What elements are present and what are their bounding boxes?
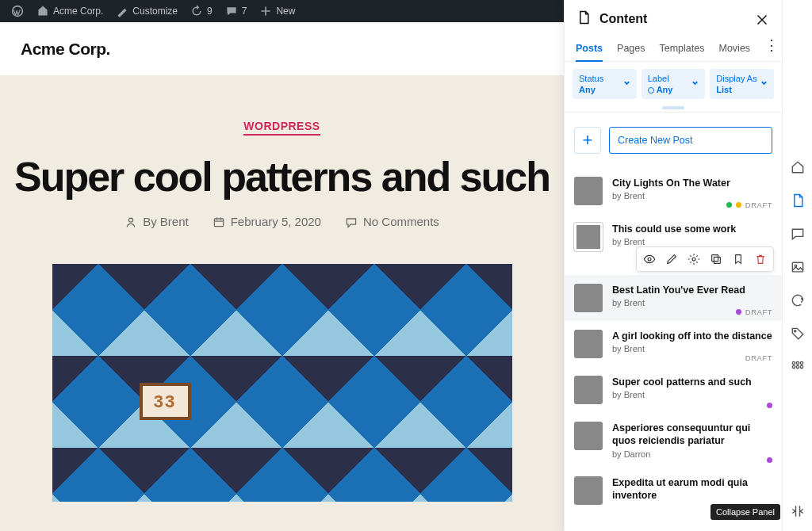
comments-link[interactable]: 7 (219, 0, 254, 22)
post-thumb (574, 476, 603, 505)
chat-icon[interactable] (789, 225, 806, 243)
drag-handle[interactable] (662, 106, 684, 109)
site-brand[interactable]: Acme Corp. (21, 40, 110, 59)
chevron-down-icon (691, 79, 699, 90)
status-badge (767, 457, 772, 463)
content-icon (576, 10, 592, 29)
list-item[interactable]: Super cool patterns and suchby Brent (565, 367, 782, 413)
edit-button[interactable] (661, 250, 682, 269)
list-item[interactable]: Best Latin You've Ever Readby Brent DRAF… (565, 275, 782, 321)
panel-tabs: Posts Pages Templates Movies ⋮ (565, 36, 782, 62)
item-action-bar (636, 246, 774, 272)
media-icon[interactable] (789, 258, 806, 276)
tool-rail: Collapse Panel (782, 0, 812, 531)
site-header: Acme Corp. (0, 22, 564, 75)
filter-status[interactable]: Status Any (573, 69, 637, 99)
svg-point-16 (800, 365, 802, 368)
post-hero: WORDPRESS Super cool patterns and such B… (0, 75, 564, 531)
list-item[interactable]: This could use some workby Brent (565, 214, 782, 275)
sync-icon[interactable] (789, 292, 806, 309)
post-thumb (574, 376, 603, 404)
tab-posts[interactable]: Posts (576, 36, 603, 62)
bookmark-button[interactable] (728, 250, 749, 269)
status-badge: DRAFT (736, 308, 772, 316)
collapse-button[interactable] (789, 502, 806, 520)
post-author[interactable]: By Brent (124, 215, 189, 228)
svg-point-10 (794, 330, 795, 332)
post-thumb (574, 223, 603, 251)
settings-button[interactable] (684, 250, 704, 269)
create-post-input[interactable] (609, 127, 772, 154)
svg-point-12 (796, 361, 799, 364)
filter-label[interactable]: Label Any (642, 69, 706, 99)
view-button[interactable] (639, 250, 660, 269)
list-item[interactable]: A girl looking off into the distanceby B… (565, 321, 782, 367)
svg-rect-3 (214, 219, 223, 227)
svg-rect-7 (712, 255, 718, 262)
feat-tile: 33 (140, 383, 191, 420)
new-link[interactable]: New (253, 0, 301, 22)
site-link[interactable]: Acme Corp. (30, 0, 109, 22)
site-preview: Acme Corp. WORDPRESS Super cool patterns… (0, 22, 564, 531)
filter-display[interactable]: Display As List (710, 69, 774, 99)
tab-movies[interactable]: Movies (718, 36, 750, 61)
chevron-down-icon (760, 79, 768, 90)
post-thumb (574, 177, 603, 205)
svg-rect-8 (792, 262, 802, 272)
featured-image: 33 (52, 264, 512, 502)
create-post-row: + (565, 113, 782, 168)
status-badge: DRAFT (745, 353, 772, 362)
svg-point-2 (129, 218, 133, 222)
updates-link[interactable]: 9 (184, 0, 219, 22)
post-date: February 5, 2020 (213, 215, 321, 228)
tabs-more-button[interactable]: ⋮ (764, 36, 779, 61)
post-thumb (574, 284, 603, 312)
list-item[interactable]: Asperiores consequuntur qui quos reicien… (565, 413, 782, 468)
content-icon[interactable] (789, 192, 806, 209)
svg-point-15 (796, 365, 799, 368)
customize-link[interactable]: Customize (109, 0, 184, 22)
post-title: Super cool patterns and such (14, 153, 550, 201)
svg-point-5 (692, 258, 695, 261)
status-badge (767, 403, 772, 408)
svg-point-13 (800, 361, 802, 364)
tab-pages[interactable]: Pages (617, 36, 645, 61)
svg-point-11 (792, 361, 795, 364)
wp-logo[interactable] (5, 0, 30, 22)
duplicate-button[interactable] (706, 250, 726, 269)
post-meta: By Brent February 5, 2020 No Comments (124, 215, 439, 228)
post-category[interactable]: WORDPRESS (243, 120, 320, 136)
home-icon[interactable] (789, 159, 806, 176)
svg-rect-6 (714, 257, 720, 263)
delete-button[interactable] (750, 250, 771, 269)
svg-point-4 (648, 258, 651, 261)
tab-templates[interactable]: Templates (660, 36, 705, 61)
apps-icon[interactable] (789, 358, 806, 376)
tag-icon[interactable] (789, 325, 806, 342)
site-name: Acme Corp. (53, 6, 103, 17)
post-thumb (574, 422, 603, 450)
list-item[interactable]: City Lights On The Waterby Brent DRAFT (565, 168, 782, 214)
close-panel-button[interactable] (753, 11, 771, 29)
svg-point-14 (792, 365, 795, 368)
panel-header: Content (565, 0, 782, 35)
status-badge: DRAFT (726, 201, 772, 209)
post-thumb (574, 330, 603, 358)
add-post-button[interactable]: + (574, 127, 601, 154)
chevron-down-icon (622, 79, 631, 90)
panel-filters: Status Any Label Any Display As List (565, 62, 782, 113)
panel-title: Content (599, 12, 647, 26)
post-comments[interactable]: No Comments (345, 215, 439, 228)
collapse-tooltip: Collapse Panel (710, 504, 780, 520)
content-panel: Content Posts Pages Templates Movies ⋮ S… (564, 0, 782, 531)
post-list[interactable]: City Lights On The Waterby Brent DRAFT T… (565, 168, 782, 531)
